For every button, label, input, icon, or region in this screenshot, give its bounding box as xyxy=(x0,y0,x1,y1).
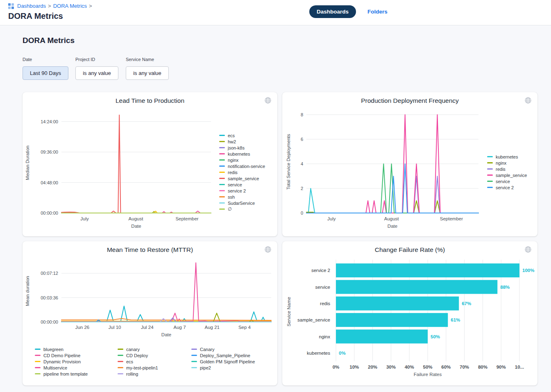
svg-text:20%: 20% xyxy=(368,365,377,369)
svg-text:Aug 21: Aug 21 xyxy=(205,325,220,330)
svg-text:50%: 50% xyxy=(423,365,432,369)
legend-item[interactable]: ecs xyxy=(118,358,158,365)
legend-swatch xyxy=(219,141,225,142)
svg-text:40%: 40% xyxy=(405,365,414,369)
legend-label: canary xyxy=(126,347,140,352)
svg-text:Date: Date xyxy=(388,224,397,229)
svg-text:8: 8 xyxy=(301,112,303,117)
svg-text:Service Name: Service Name xyxy=(286,297,291,326)
legend-item[interactable]: SudarService xyxy=(219,200,265,206)
svg-text:30%: 30% xyxy=(386,365,396,369)
date-filter-button[interactable]: Last 90 Days xyxy=(23,66,68,80)
legend-item[interactable]: service 2 xyxy=(219,188,265,194)
legend-swatch xyxy=(219,190,225,191)
svg-text:09:36:00: 09:36:00 xyxy=(41,150,58,154)
svg-text:60%: 60% xyxy=(441,365,451,369)
legend-item[interactable]: Deploy_Sample_Pipeline xyxy=(191,352,255,358)
legend-item[interactable]: ssh xyxy=(219,194,265,200)
svg-text:Jun 26: Jun 26 xyxy=(75,325,90,330)
globe-icon[interactable] xyxy=(264,97,272,104)
legend-item[interactable]: notification-service xyxy=(219,163,265,169)
globe-icon[interactable] xyxy=(524,246,532,253)
breadcrumb-separator: > xyxy=(48,3,51,9)
series-line xyxy=(61,115,211,213)
legend-item[interactable]: Dynamic Provision xyxy=(35,358,88,365)
legend-item[interactable]: CD Demo Pipeline xyxy=(35,352,88,358)
card-lead-time: 00:00:0004:48:0009:36:0014:24:00JulyAugu… xyxy=(23,92,277,236)
svg-text:80%: 80% xyxy=(478,365,488,369)
svg-text:Jul 10: Jul 10 xyxy=(109,325,121,330)
legend-item[interactable]: Canary xyxy=(191,346,255,352)
legend-item[interactable]: service xyxy=(487,178,527,184)
legend-swatch xyxy=(487,168,493,170)
svg-text:50%: 50% xyxy=(431,334,440,339)
legend-item[interactable]: my-test-pipelin1 xyxy=(118,365,158,371)
dashboards-grid-icon xyxy=(8,3,14,9)
legend-swatch xyxy=(219,184,225,185)
legend-item[interactable]: service 2 xyxy=(487,184,527,190)
legend-label: rolling xyxy=(126,372,138,376)
legend-item[interactable]: json-k8s xyxy=(219,145,265,151)
legend-item[interactable]: redis xyxy=(219,169,265,175)
legend-label: notification-service xyxy=(228,164,265,169)
svg-text:August: August xyxy=(129,216,144,221)
legend-item[interactable]: canary xyxy=(118,346,158,352)
tab-dashboards[interactable]: Dashboards xyxy=(309,5,356,18)
legend-swatch xyxy=(191,361,197,362)
legend-swatch xyxy=(219,147,225,148)
breadcrumb: Dashboards > DORA Metrics > xyxy=(8,3,92,9)
legend-item[interactable]: kubernetes xyxy=(487,154,527,160)
bar[interactable] xyxy=(336,330,428,344)
legend-item[interactable]: hw2 xyxy=(219,138,265,145)
legend-swatch xyxy=(35,373,41,374)
legend-item[interactable]: CD Deploy xyxy=(118,352,158,358)
globe-icon[interactable] xyxy=(264,246,272,253)
legend-label: kubernetes xyxy=(228,152,250,156)
card-deploy-frequency: 02468JulyAugustSeptemberDateTotal Servic… xyxy=(282,92,537,236)
globe-icon[interactable] xyxy=(524,97,532,104)
legend-swatch xyxy=(35,367,41,368)
legend-item[interactable]: sample_service xyxy=(219,175,265,181)
bar[interactable] xyxy=(336,263,519,277)
bar[interactable] xyxy=(336,297,459,310)
breadcrumb-dora-metrics[interactable]: DORA Metrics xyxy=(53,3,87,9)
bar[interactable] xyxy=(336,280,497,294)
project-id-filter-button[interactable]: is any value xyxy=(75,66,118,80)
legend-item[interactable]: bluegreen xyxy=(35,346,88,352)
svg-text:00:03:36: 00:03:36 xyxy=(41,295,58,300)
svg-text:67%: 67% xyxy=(462,301,471,306)
legend-item[interactable]: redis xyxy=(487,166,527,172)
legend-item[interactable]: nginx xyxy=(219,157,265,163)
legend-swatch xyxy=(118,361,123,362)
series-line xyxy=(306,201,478,213)
svg-text:70%: 70% xyxy=(460,365,469,369)
legend-swatch xyxy=(219,165,225,167)
svg-text:Failure Rates: Failure Rates xyxy=(414,372,442,377)
legend-label: json-k8s xyxy=(228,145,245,150)
legend-item[interactable]: Golden PM Signoff Pipeline xyxy=(191,358,255,365)
legend-label: Golden PM Signoff Pipeline xyxy=(200,359,255,364)
svg-text:Sep 4: Sep 4 xyxy=(238,325,251,330)
legend-item[interactable]: ecs xyxy=(219,132,265,138)
bar[interactable] xyxy=(336,313,448,327)
legend-item[interactable]: Multiservice xyxy=(35,365,88,371)
legend-item[interactable]: service xyxy=(219,181,265,188)
legend-swatch xyxy=(191,349,197,350)
legend-swatch xyxy=(487,156,493,157)
service-name-filter-button[interactable]: is any value xyxy=(126,66,169,80)
svg-text:6: 6 xyxy=(301,137,303,142)
breadcrumb-dashboards[interactable]: Dashboards xyxy=(17,3,46,9)
legend-item[interactable]: pipe2 xyxy=(191,365,255,371)
legend-item[interactable]: sample_service xyxy=(487,172,527,178)
tab-folders[interactable]: Folders xyxy=(367,9,388,15)
legend-label: sample_service xyxy=(228,176,259,181)
page-title: DORA Metrics xyxy=(8,11,63,21)
legend-item[interactable]: pipeline from template xyxy=(35,371,88,377)
legend-label: redis xyxy=(496,167,506,172)
legend-swatch xyxy=(219,135,225,136)
legend-item[interactable]: rolling xyxy=(118,371,158,377)
legend-item[interactable]: nginx xyxy=(487,160,527,166)
legend-item[interactable]: kubernetes xyxy=(219,151,265,157)
legend-item[interactable]: ∅ xyxy=(219,206,265,212)
svg-text:10...: 10... xyxy=(515,365,524,369)
